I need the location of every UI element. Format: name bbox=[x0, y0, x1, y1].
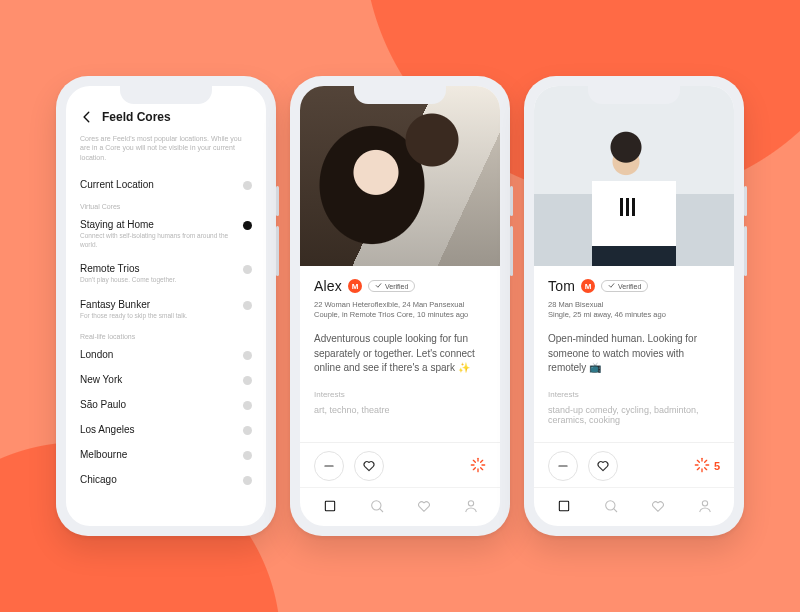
like-button[interactable] bbox=[588, 451, 618, 481]
core-name: Remote Trios bbox=[80, 263, 176, 274]
radio-icon bbox=[243, 351, 252, 360]
profile-body: Alex M Verified 22 Woman Heteroflexible,… bbox=[300, 266, 500, 442]
phone-notch bbox=[588, 86, 680, 104]
spark-icon bbox=[694, 457, 710, 475]
svg-point-25 bbox=[702, 501, 707, 506]
core-name: Fantasy Bunker bbox=[80, 299, 188, 310]
tab-discover[interactable] bbox=[312, 494, 348, 518]
radio-icon bbox=[243, 265, 252, 274]
svg-line-19 bbox=[705, 468, 707, 470]
radio-icon bbox=[243, 401, 252, 410]
radio-icon bbox=[243, 301, 252, 310]
core-name: Chicago bbox=[80, 474, 117, 485]
section-label-virtual: Virtual Cores bbox=[66, 197, 266, 212]
core-row-current-location[interactable]: Current Location bbox=[66, 172, 266, 197]
radio-icon bbox=[243, 476, 252, 485]
core-sub: For those ready to skip the small talk. bbox=[80, 312, 188, 320]
interests-label: Interests bbox=[548, 390, 720, 399]
spark-button[interactable] bbox=[470, 457, 486, 475]
phone-side-button bbox=[744, 186, 747, 216]
svg-point-23 bbox=[605, 501, 614, 510]
svg-line-7 bbox=[473, 468, 475, 470]
name-row: Tom M Verified bbox=[548, 278, 720, 294]
interests-list: stand-up comedy, cycling, badminton, cer… bbox=[548, 405, 720, 425]
like-button[interactable] bbox=[354, 451, 384, 481]
screen-profile-alex: Alex M Verified 22 Woman Heteroflexible,… bbox=[300, 86, 500, 526]
profile-photo[interactable] bbox=[534, 86, 734, 266]
svg-point-10 bbox=[371, 501, 380, 510]
svg-line-18 bbox=[697, 460, 699, 462]
verified-pill: Verified bbox=[368, 280, 415, 292]
phone-notch bbox=[120, 86, 212, 104]
check-icon bbox=[608, 282, 615, 290]
phone-notch bbox=[354, 86, 446, 104]
profile-photo[interactable] bbox=[300, 86, 500, 266]
radio-icon bbox=[243, 451, 252, 460]
core-row-los-angeles[interactable]: Los Angeles bbox=[66, 417, 266, 442]
check-icon bbox=[375, 282, 382, 290]
svg-point-12 bbox=[468, 501, 473, 506]
phone-side-button bbox=[276, 226, 279, 276]
phone-cores: Feeld Cores Cores are Feeld's most popul… bbox=[56, 76, 276, 536]
core-name: New York bbox=[80, 374, 122, 385]
name-row: Alex M Verified bbox=[314, 278, 486, 294]
phone-side-button bbox=[510, 186, 513, 216]
spark-button[interactable]: 5 bbox=[694, 457, 720, 475]
core-row-melbourne[interactable]: Melbourne bbox=[66, 442, 266, 467]
phone-side-button bbox=[744, 226, 747, 276]
svg-rect-22 bbox=[559, 501, 568, 510]
profile-bio: Adventurous couple looking for fun separ… bbox=[314, 332, 486, 376]
core-name: Los Angeles bbox=[80, 424, 135, 435]
pass-button[interactable] bbox=[314, 451, 344, 481]
profile-name: Alex bbox=[314, 278, 342, 294]
member-badge-icon: M bbox=[348, 279, 362, 293]
core-row-fantasy-bunker[interactable]: Fantasy Bunker For those ready to skip t… bbox=[66, 292, 266, 327]
screen-profile-tom: Tom M Verified 28 Man Bisexual Single, 2… bbox=[534, 86, 734, 526]
radio-icon bbox=[243, 426, 252, 435]
back-icon[interactable] bbox=[80, 110, 94, 124]
tab-discover[interactable] bbox=[546, 494, 582, 518]
tab-connections[interactable] bbox=[593, 494, 629, 518]
core-row-remote-trios[interactable]: Remote Trios Don't play house. Come toge… bbox=[66, 256, 266, 291]
verified-pill: Verified bbox=[601, 280, 648, 292]
radio-icon bbox=[243, 221, 252, 230]
core-name: São Paulo bbox=[80, 399, 126, 410]
core-name: London bbox=[80, 349, 113, 360]
phone-side-button bbox=[276, 186, 279, 216]
radio-icon bbox=[243, 181, 252, 190]
core-row-london[interactable]: London bbox=[66, 342, 266, 367]
pass-button[interactable] bbox=[548, 451, 578, 481]
cores-description: Cores are Feeld's most popular locations… bbox=[66, 132, 266, 172]
phone-profile-tom: Tom M Verified 28 Man Bisexual Single, 2… bbox=[524, 76, 744, 536]
core-sub: Don't play house. Come together. bbox=[80, 276, 176, 284]
tab-profile[interactable] bbox=[687, 494, 723, 518]
tabbar bbox=[300, 487, 500, 526]
core-name: Current Location bbox=[80, 179, 154, 190]
screen-cores: Feeld Cores Cores are Feeld's most popul… bbox=[66, 86, 266, 526]
action-row bbox=[300, 442, 500, 487]
core-row-staying-at-home[interactable]: Staying at Home Connect with self-isolat… bbox=[66, 212, 266, 256]
phone-side-button bbox=[510, 226, 513, 276]
interests-label: Interests bbox=[314, 390, 486, 399]
tab-connections[interactable] bbox=[359, 494, 395, 518]
tab-likes[interactable] bbox=[406, 494, 442, 518]
svg-line-11 bbox=[379, 509, 382, 512]
svg-line-5 bbox=[473, 460, 475, 462]
core-row-chicago[interactable]: Chicago bbox=[66, 467, 266, 492]
spark-count: 5 bbox=[714, 460, 720, 472]
tab-profile[interactable] bbox=[453, 494, 489, 518]
interests-list: art, techno, theatre bbox=[314, 405, 486, 415]
profile-body: Tom M Verified 28 Man Bisexual Single, 2… bbox=[534, 266, 734, 442]
svg-line-6 bbox=[481, 468, 483, 470]
profile-name: Tom bbox=[548, 278, 575, 294]
tab-likes[interactable] bbox=[640, 494, 676, 518]
verified-label: Verified bbox=[385, 283, 408, 290]
verified-label: Verified bbox=[618, 283, 641, 290]
core-name: Staying at Home bbox=[80, 219, 230, 230]
profile-meta: 22 Woman Heteroflexible, 24 Man Pansexua… bbox=[314, 300, 486, 320]
core-row-sao-paulo[interactable]: São Paulo bbox=[66, 392, 266, 417]
core-row-new-york[interactable]: New York bbox=[66, 367, 266, 392]
radio-icon bbox=[243, 376, 252, 385]
mockup-stage: Feeld Cores Cores are Feeld's most popul… bbox=[0, 0, 800, 612]
member-badge-icon: M bbox=[581, 279, 595, 293]
